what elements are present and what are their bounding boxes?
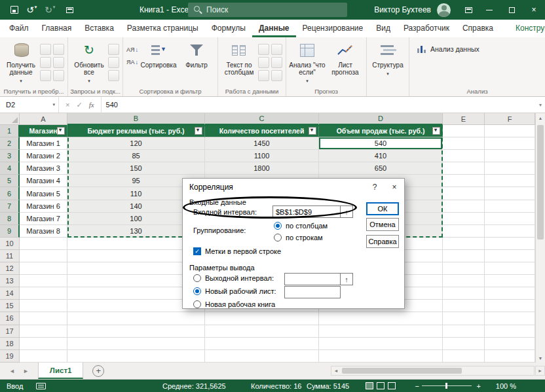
filter-button[interactable]: Фильтр: [178, 39, 216, 69]
horizontal-scroll-thumb[interactable]: [342, 368, 462, 374]
radio-by-columns[interactable]: по столбцам: [274, 222, 328, 230]
cell-A15[interactable]: [20, 300, 67, 312]
prev-sheet-icon[interactable]: ◄: [9, 368, 15, 374]
cell-E6[interactable]: [443, 187, 485, 200]
formula-input[interactable]: 540: [102, 97, 545, 113]
cell-F15[interactable]: [485, 300, 535, 312]
cell-E4[interactable]: [443, 162, 485, 175]
column-header-A[interactable]: A: [20, 113, 67, 125]
cell-F18[interactable]: [485, 338, 535, 350]
cell-A19[interactable]: [20, 350, 67, 363]
cell-D16[interactable]: [319, 312, 443, 325]
cell-A1[interactable]: Магазин: [20, 125, 67, 137]
page-break-view-icon[interactable]: [388, 382, 396, 389]
vertical-scrollbar[interactable]: ▲ ▼: [535, 113, 545, 363]
tab-insert[interactable]: Вставка: [78, 20, 121, 37]
name-box[interactable]: D2: [0, 97, 59, 113]
scroll-right-icon[interactable]: ►: [535, 366, 545, 376]
sort-descending-button[interactable]: ЯА↓: [126, 57, 138, 67]
normal-view-icon[interactable]: [366, 382, 373, 389]
column-header-E[interactable]: E: [443, 113, 485, 125]
queries-icon[interactable]: [108, 44, 119, 55]
cell-F9[interactable]: [485, 225, 535, 238]
filter-dropdown-icon[interactable]: [432, 127, 440, 135]
tab-data[interactable]: Данные: [252, 20, 296, 37]
cell-F4[interactable]: [485, 162, 535, 175]
range-select-icon[interactable]: ↑: [341, 273, 353, 285]
cell-E10[interactable]: [443, 238, 485, 250]
cell-D3[interactable]: 410: [319, 150, 443, 162]
cell-E9[interactable]: [443, 225, 485, 238]
tab-file[interactable]: Файл: [3, 20, 35, 37]
cell-F19[interactable]: [485, 350, 535, 363]
cell-F8[interactable]: [485, 213, 535, 225]
cell-F7[interactable]: [485, 200, 535, 213]
cell-C19[interactable]: [205, 350, 319, 363]
maximize-button[interactable]: [500, 0, 523, 20]
cell-F17[interactable]: [485, 325, 535, 338]
sheet-tab-list1[interactable]: Лист1: [38, 363, 84, 379]
row-header-17[interactable]: 17: [0, 325, 20, 338]
cell-B1[interactable]: Бюджет рекламы (тыс. руб.): [67, 125, 205, 137]
range-select-icon[interactable]: ↑: [341, 205, 353, 218]
cell-E11[interactable]: [443, 250, 485, 262]
relationships-icon[interactable]: [258, 70, 269, 81]
zoom-level[interactable]: 100 %: [496, 382, 516, 390]
data-model-icon[interactable]: [271, 70, 282, 81]
output-range-field[interactable]: [284, 273, 341, 285]
refresh-all-button[interactable]: ↻ Обновить все: [70, 39, 108, 84]
row-header-7[interactable]: 7: [0, 200, 20, 213]
cell-F11[interactable]: [485, 250, 535, 262]
cell-E3[interactable]: [443, 150, 485, 162]
insert-function-icon[interactable]: fx: [89, 101, 94, 109]
help-button[interactable]: Справка: [366, 235, 399, 248]
column-header-D[interactable]: D: [319, 113, 443, 125]
sort-ascending-button[interactable]: АЯ↓: [126, 45, 138, 55]
next-sheet-icon[interactable]: ►: [23, 368, 29, 374]
new-sheet-field[interactable]: [284, 286, 341, 298]
row-header-1[interactable]: 1: [0, 125, 20, 137]
row-header-11[interactable]: 11: [0, 250, 20, 262]
undo-button[interactable]: ↺: [25, 2, 41, 18]
from-picture-icon[interactable]: [53, 70, 64, 81]
cell-B2[interactable]: 120: [67, 137, 205, 150]
cancel-entry-icon[interactable]: ×: [66, 101, 69, 109]
cell-A13[interactable]: [20, 275, 67, 287]
cell-F14[interactable]: [485, 287, 535, 300]
row-header-16[interactable]: 16: [0, 312, 20, 325]
cell-B3[interactable]: 85: [67, 150, 205, 162]
row-header-8[interactable]: 8: [0, 213, 20, 225]
cell-F6[interactable]: [485, 187, 535, 200]
cell-C1[interactable]: Количество посетителей: [205, 125, 319, 137]
horizontal-scroll-track[interactable]: [341, 366, 534, 375]
properties-icon[interactable]: [108, 57, 119, 68]
horizontal-scrollbar[interactable]: ◄: [331, 366, 535, 376]
row-header-13[interactable]: 13: [0, 275, 20, 287]
cell-B16[interactable]: [67, 312, 205, 325]
cell-F1[interactable]: [485, 125, 535, 137]
row-header-4[interactable]: 4: [0, 162, 20, 175]
row-header-12[interactable]: 12: [0, 262, 20, 275]
row-header-2[interactable]: 2: [0, 137, 20, 150]
cell-A12[interactable]: [20, 262, 67, 275]
cell-B4[interactable]: 150: [67, 162, 205, 175]
minimize-button[interactable]: [478, 0, 500, 20]
cell-A3[interactable]: Магазин 2: [20, 150, 67, 162]
row-header-19[interactable]: 19: [0, 350, 20, 363]
cell-E18[interactable]: [443, 338, 485, 350]
input-range-field[interactable]: $B$1:$D$9: [272, 205, 341, 218]
page-layout-view-icon[interactable]: [377, 382, 385, 389]
cell-B19[interactable]: [67, 350, 205, 363]
cell-D19[interactable]: [319, 350, 443, 363]
cell-D18[interactable]: [319, 338, 443, 350]
cell-E13[interactable]: [443, 275, 485, 287]
what-if-analysis-button[interactable]: Анализ "что если": [288, 39, 326, 84]
cell-A7[interactable]: Магазин 6: [20, 200, 67, 213]
add-sheet-button[interactable]: +: [92, 365, 104, 377]
cell-A10[interactable]: [20, 238, 67, 250]
radio-by-rows[interactable]: по строкам: [274, 234, 323, 241]
select-all-corner[interactable]: [0, 113, 20, 125]
dialog-close-icon[interactable]: ×: [385, 179, 404, 195]
ok-button[interactable]: ОК: [366, 202, 399, 215]
cell-E12[interactable]: [443, 262, 485, 275]
